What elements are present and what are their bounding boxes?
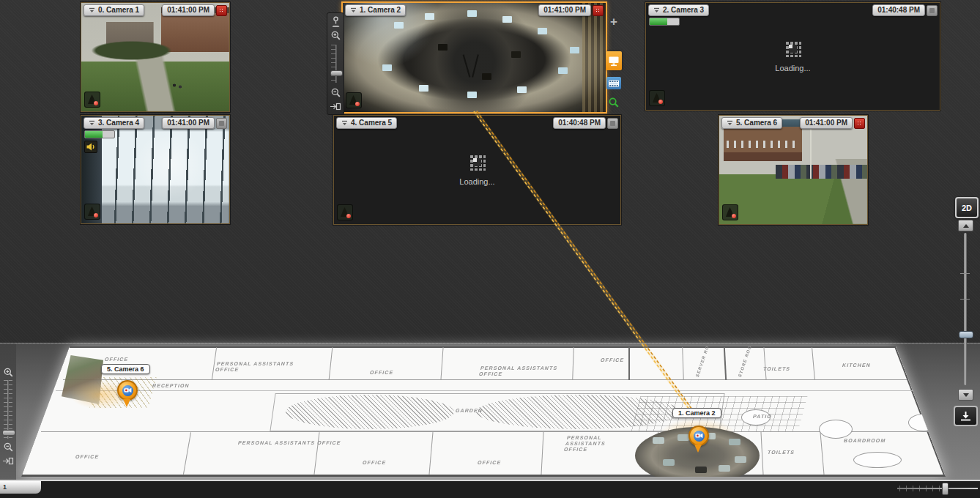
search-tab[interactable] xyxy=(606,96,621,109)
camera-tile-2[interactable]: 1. Camera 2 01:41:00 PM xyxy=(341,1,607,114)
zoom-out-icon[interactable] xyxy=(329,86,342,98)
room-label: PERSONAL ASSISTANTS OFFICE xyxy=(237,440,356,446)
zoom-in-icon[interactable] xyxy=(329,29,342,41)
camera-5-video: Loading... xyxy=(334,116,620,224)
map-marker-camera-2[interactable] xyxy=(688,425,708,453)
camera-timestamp: 01:41:00 PM xyxy=(162,4,215,16)
map-marker-camera-6[interactable] xyxy=(117,380,136,407)
camera-tile-6[interactable]: 5. Camera 6 01:41:00 PM xyxy=(719,115,868,225)
camera-icon xyxy=(694,431,705,442)
camera-1-video xyxy=(81,3,229,111)
map-tilt-slider-handle[interactable] xyxy=(959,331,973,338)
map-marker-label-camera-6[interactable]: 5. Camera 6 xyxy=(101,364,150,374)
ptz-zoom-slider[interactable] xyxy=(331,45,341,83)
motion-indicator-icon xyxy=(722,204,738,220)
camera-tile-5[interactable]: Loading... 4. Camera 5 01:40:48 PM xyxy=(333,115,621,225)
room-label: OFFICE xyxy=(362,460,387,466)
boardroom-table-art xyxy=(853,452,902,468)
camera-6-header: 5. Camera 6 01:41:00 PM xyxy=(721,117,865,129)
camera-title-button[interactable]: 2. Camera 3 xyxy=(648,4,709,16)
map-preset-home-icon[interactable] xyxy=(1,455,15,467)
camera-timestamp: 01:40:48 PM xyxy=(872,4,925,16)
playback-tab[interactable] xyxy=(606,77,621,89)
buffer-progress-bar xyxy=(649,18,680,26)
map-zoom-slider[interactable] xyxy=(3,380,13,439)
camera-menu-icon xyxy=(653,7,660,13)
horizontal-slider-handle[interactable] xyxy=(942,483,949,495)
wall-line xyxy=(70,346,896,348)
map-tilt-slider-track[interactable] xyxy=(964,233,967,385)
room-label: PERSONAL ASSISTANTS OFFICE xyxy=(215,361,309,373)
wall-line xyxy=(820,432,824,475)
motion-indicator-icon xyxy=(84,204,100,220)
camera-title-button[interactable]: 3. Camera 4 xyxy=(83,117,144,129)
camera-title-button[interactable]: 0. Camera 1 xyxy=(83,4,144,16)
room-label: PERSONAL ASSISTANTS OFFICE xyxy=(563,435,628,453)
map-zoom-in-icon[interactable] xyxy=(1,366,15,378)
ptz-zoom-slider-handle[interactable] xyxy=(330,70,343,76)
camera-3-video: Loading... xyxy=(646,3,940,110)
round-table-art xyxy=(908,414,939,431)
wall-line xyxy=(572,347,574,380)
camera-menu-icon xyxy=(341,120,348,126)
idle-badge-icon xyxy=(216,118,227,129)
map-view[interactable]: OFFICE PERSONAL ASSISTANTS OFFICE OFFICE… xyxy=(0,343,980,480)
recording-badge-icon xyxy=(593,5,604,16)
camera-title-button[interactable]: 4. Camera 5 xyxy=(336,117,397,129)
camera-tile-1[interactable]: 0. Camera 1 01:41:00 PM xyxy=(81,2,230,112)
motion-indicator-icon xyxy=(84,92,100,108)
wall-line xyxy=(21,475,946,477)
camera-title: 1. Camera 2 xyxy=(360,5,401,15)
marker-pin xyxy=(117,380,138,401)
camera-6-video xyxy=(719,116,867,224)
arrow-down-icon xyxy=(963,393,969,397)
room-label: OFFICE xyxy=(477,460,502,466)
buffer-progress-bar xyxy=(84,130,115,138)
dock-down-button[interactable] xyxy=(954,406,978,426)
slider-tick xyxy=(960,273,970,274)
camera-tile-3[interactable]: Loading... 2. Camera 3 01:40:48 PM xyxy=(645,2,940,111)
room-label: PATIO xyxy=(752,414,773,420)
loading-spinner-icon xyxy=(784,40,801,57)
camera-menu-icon xyxy=(350,7,357,13)
wall-line xyxy=(183,432,191,474)
wall-line xyxy=(63,379,907,380)
wall-line xyxy=(41,431,929,432)
camera-title: 2. Camera 3 xyxy=(663,5,704,15)
room-label: STORE ROOM xyxy=(737,340,754,378)
camera-timestamp: 01:41:00 PM xyxy=(162,117,215,129)
camera-timestamp: 01:41:00 PM xyxy=(800,117,853,129)
wall-line xyxy=(428,432,433,475)
wall-line xyxy=(894,346,946,477)
view-toolbar: + xyxy=(606,16,622,109)
map-zoom-slider-handle[interactable] xyxy=(2,430,15,436)
camera-menu-icon xyxy=(89,120,95,126)
camera-timestamp: 01:40:48 PM xyxy=(553,117,606,129)
camera-menu-icon xyxy=(89,7,95,13)
preset-home-icon[interactable] xyxy=(329,100,342,112)
pan-tilt-icon[interactable] xyxy=(329,15,342,27)
camera-tile-4[interactable]: 3. Camera 4 01:41:00 PM xyxy=(81,115,230,224)
camera-title-button[interactable]: 5. Camera 6 xyxy=(721,117,782,129)
map-marker-label-camera-2[interactable]: 1. Camera 2 xyxy=(672,408,721,418)
scroll-down-button[interactable] xyxy=(958,389,973,401)
arrow-into-tray-icon xyxy=(959,411,972,421)
scroll-up-button[interactable] xyxy=(958,220,973,231)
live-view-tab[interactable] xyxy=(606,51,622,70)
room-label: PERSONAL ASSISTANTS OFFICE xyxy=(478,365,569,377)
audio-speaker-icon[interactable] xyxy=(84,141,97,153)
camera-title: 0. Camera 1 xyxy=(98,5,139,15)
map-2d-toggle-button[interactable]: 2D xyxy=(955,197,979,218)
horizontal-slider-track[interactable] xyxy=(897,488,978,489)
round-table-art xyxy=(819,420,853,439)
map-zoom-out-icon[interactable] xyxy=(1,441,15,453)
add-view-button[interactable]: + xyxy=(607,16,620,28)
wall-line xyxy=(682,347,684,380)
map-tab[interactable]: 1 xyxy=(0,481,41,494)
camera-title-button[interactable]: 1. Camera 2 xyxy=(345,4,406,16)
room-label: RECEPTION xyxy=(152,383,190,389)
camera-icon xyxy=(122,385,133,396)
loading-text: Loading... xyxy=(459,177,494,186)
video-art xyxy=(394,22,404,29)
motion-indicator-icon xyxy=(337,204,353,220)
